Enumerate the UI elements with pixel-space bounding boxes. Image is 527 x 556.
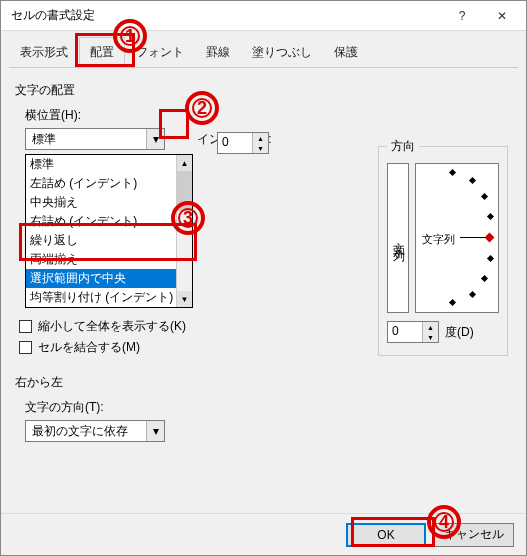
text-direction-combo[interactable]: 最初の文字に依存 ▾	[25, 420, 165, 442]
text-direction-value: 最初の文字に依存	[26, 421, 146, 441]
horizontal-combo-value: 標準	[26, 129, 146, 149]
tabstrip: 表示形式 配置 フォント 罫線 塗りつぶし 保護	[1, 31, 526, 67]
scroll-thumb[interactable]	[177, 171, 192, 211]
dropdown-scrollbar[interactable]: ▲ ▼	[176, 155, 192, 307]
shrink-to-fit-label: 縮小して全体を表示する(K)	[38, 318, 186, 335]
help-button[interactable]: ?	[442, 2, 482, 30]
checkbox-icon	[19, 320, 32, 333]
close-button[interactable]: ✕	[482, 2, 522, 30]
horizontal-dropdown-list[interactable]: 標準 左詰め (インデント) 中央揃え 右詰め (インデント) 繰り返し 両端揃…	[25, 154, 193, 308]
titlebar: セルの書式設定 ? ✕	[1, 1, 526, 31]
spin-down-icon[interactable]: ▼	[253, 143, 268, 153]
text-alignment-label: 文字の配置	[15, 82, 512, 99]
dialog-format-cells: セルの書式設定 ? ✕ 表示形式 配置 フォント 罫線 塗りつぶし 保護 文字の…	[0, 0, 527, 556]
orientation-dial[interactable]: 文字列	[415, 163, 499, 313]
scroll-up-icon[interactable]: ▲	[177, 155, 192, 171]
vertical-text-button[interactable]: 文字列	[387, 163, 409, 313]
tab-font[interactable]: フォント	[125, 37, 195, 67]
chevron-down-icon[interactable]: ▾	[146, 421, 164, 441]
option-right-indent[interactable]: 右詰め (インデント)	[26, 212, 192, 231]
cancel-button[interactable]: キャンセル	[434, 523, 514, 547]
indent-spinner[interactable]: 0 ▲ ▼	[217, 132, 269, 154]
vertical-text-label: 文字列	[390, 232, 407, 244]
indent-value[interactable]: 0	[218, 133, 252, 153]
option-center-across-selection[interactable]: 選択範囲内で中央	[26, 269, 192, 288]
orientation-group: 方向 文字列 文字列	[378, 138, 508, 356]
tab-border[interactable]: 罫線	[195, 37, 241, 67]
option-distributed-indent[interactable]: 均等割り付け (インデント)	[26, 288, 192, 307]
dialog-footer: OK キャンセル	[1, 513, 526, 555]
tab-protection[interactable]: 保護	[323, 37, 369, 67]
option-justify[interactable]: 両端揃え	[26, 250, 192, 269]
degrees-value[interactable]: 0	[388, 322, 422, 342]
option-repeat[interactable]: 繰り返し	[26, 231, 192, 250]
scroll-down-icon[interactable]: ▼	[177, 291, 192, 307]
dial-text-label: 文字列	[422, 232, 455, 247]
chevron-down-icon[interactable]: ▾	[146, 129, 164, 149]
checkbox-icon	[19, 341, 32, 354]
tab-body: 文字の配置 横位置(H): 標準 ▾ インデント(I): 標準 左詰め (インデ…	[1, 68, 526, 452]
option-standard[interactable]: 標準	[26, 155, 192, 174]
merge-cells-label: セルを結合する(M)	[38, 339, 140, 356]
spin-up-icon[interactable]: ▲	[253, 133, 268, 143]
horizontal-combo[interactable]: 標準 ▾	[25, 128, 165, 150]
tab-fill[interactable]: 塗りつぶし	[241, 37, 323, 67]
spin-up-icon[interactable]: ▲	[423, 322, 438, 332]
tab-alignment[interactable]: 配置	[79, 37, 125, 67]
spin-down-icon[interactable]: ▼	[423, 332, 438, 342]
tab-number[interactable]: 表示形式	[9, 37, 79, 67]
degrees-label: 度(D)	[445, 324, 474, 341]
rtl-section-label: 右から左	[15, 374, 512, 391]
option-left-indent[interactable]: 左詰め (インデント)	[26, 174, 192, 193]
text-direction-label: 文字の方向(T):	[25, 399, 512, 416]
degrees-spinner[interactable]: 0 ▲ ▼	[387, 321, 439, 343]
window-title: セルの書式設定	[11, 7, 442, 24]
orientation-legend: 方向	[387, 138, 419, 155]
ok-button[interactable]: OK	[346, 523, 426, 547]
option-center[interactable]: 中央揃え	[26, 193, 192, 212]
horizontal-label: 横位置(H):	[25, 107, 512, 124]
